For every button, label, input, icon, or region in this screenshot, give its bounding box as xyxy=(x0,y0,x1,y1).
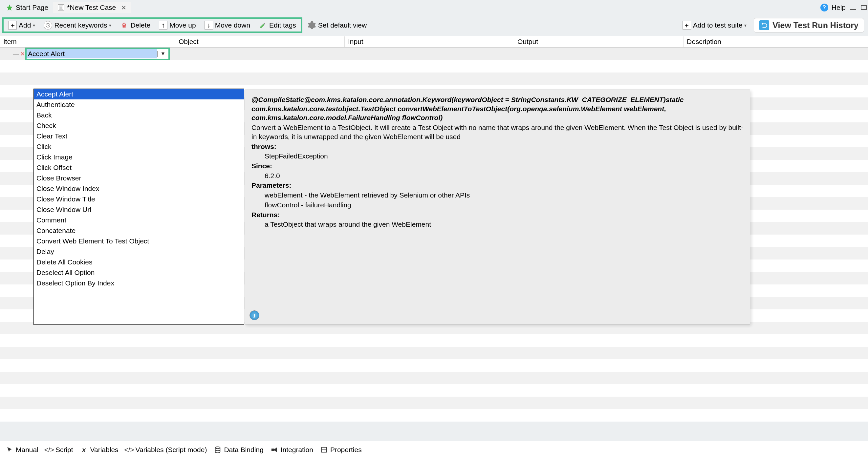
help-label[interactable]: Help xyxy=(832,4,846,11)
code-icon: </> xyxy=(45,446,53,453)
variable-icon: x xyxy=(81,446,88,453)
doc-body: Convert a WebElement to a TestObject. It… xyxy=(251,123,743,141)
tab-properties[interactable]: Properties xyxy=(320,446,362,454)
doc-returns-value: a TestObject that wraps around the given… xyxy=(251,220,743,229)
delete-button[interactable]: Delete xyxy=(117,20,153,31)
table-row[interactable] xyxy=(0,372,868,384)
code-icon: </> xyxy=(126,446,133,453)
error-marker-icon: ✕ xyxy=(20,51,25,57)
keyword-dropdown-list[interactable]: Accept AlertAuthenticateBackCheckClear T… xyxy=(33,89,244,325)
keyword-option[interactable]: Check xyxy=(34,121,244,131)
table-row[interactable] xyxy=(0,72,868,85)
tab-databinding[interactable]: Data Binding xyxy=(214,446,263,454)
tree-collapse-icon[interactable]: — xyxy=(13,51,19,57)
tab-script[interactable]: </> Script xyxy=(45,446,73,454)
edit-icon xyxy=(259,21,267,30)
tab-variables-script[interactable]: </> Variables (Script mode) xyxy=(126,446,207,454)
table-row[interactable] xyxy=(0,409,868,422)
edittags-button[interactable]: Edit tags xyxy=(256,20,299,31)
add-to-test-suite-button[interactable]: ＋ Add to test suite ▾ xyxy=(680,20,749,31)
keyword-option[interactable]: Clear Text xyxy=(34,131,244,141)
editor-tabbar: Start Page *New Test Case ✕ ? Help xyxy=(0,0,868,15)
tab-start-page[interactable]: Start Page xyxy=(1,2,53,13)
view-test-run-history-button[interactable]: ⮌ View Test Run History xyxy=(754,18,864,32)
column-item[interactable]: Item xyxy=(0,36,175,47)
set-default-view-button[interactable]: Set default view xyxy=(305,20,369,31)
keyword-option[interactable]: Accept Alert xyxy=(34,89,244,99)
tab-manual[interactable]: Manual xyxy=(6,446,38,454)
doc-throws-header: throws: xyxy=(251,142,743,151)
maximize-icon[interactable] xyxy=(861,5,867,10)
keyword-option[interactable]: Back xyxy=(34,110,244,121)
keyword-option[interactable]: Deselect Option By Index xyxy=(34,278,244,288)
table-row[interactable] xyxy=(0,334,868,347)
keyword-option[interactable]: Click Image xyxy=(34,152,244,162)
table-row[interactable] xyxy=(0,60,868,72)
table-row[interactable]: — ✕ Accept Alert ▼ xyxy=(0,47,868,60)
tab-variables[interactable]: x Variables xyxy=(81,446,119,454)
tab-test-case[interactable]: *New Test Case ✕ xyxy=(53,2,131,13)
keyword-option[interactable]: Close Window Index xyxy=(34,184,244,194)
column-object[interactable]: Object xyxy=(175,36,345,47)
close-tab-icon[interactable]: ✕ xyxy=(121,4,126,11)
plus-icon: ＋ xyxy=(683,21,691,30)
keyword-doc-popup: @CompileStatic@com.kms.katalon.core.anno… xyxy=(245,90,750,324)
database-icon xyxy=(214,446,221,453)
star-icon xyxy=(6,4,13,11)
cursor-icon xyxy=(6,446,13,453)
keyword-option[interactable]: Close Window Url xyxy=(34,204,244,215)
help-icon[interactable]: ? xyxy=(820,4,828,11)
table-row[interactable] xyxy=(0,384,868,397)
keyword-option[interactable]: Close Browser xyxy=(34,173,244,184)
doc-param2: flowControl - failureHandling xyxy=(251,200,743,210)
svg-line-6 xyxy=(48,25,49,26)
keyword-option[interactable]: Delay xyxy=(34,247,244,257)
keyword-option[interactable]: Deselect All Option xyxy=(34,267,244,278)
arrow-down-icon: ↓ xyxy=(205,21,213,30)
doc-throws-value: StepFailedException xyxy=(251,152,743,161)
moveup-button[interactable]: ↑ Move up xyxy=(156,20,198,31)
keyword-option[interactable]: Authenticate xyxy=(34,99,244,110)
doc-since-header: Since: xyxy=(251,161,743,171)
keyword-option[interactable]: Convert Web Element To Test Object xyxy=(34,236,244,247)
table-row[interactable] xyxy=(0,359,868,372)
arrow-up-icon: ↑ xyxy=(159,21,167,30)
tab-test-case-label: *New Test Case xyxy=(67,4,116,11)
trash-icon xyxy=(120,21,128,30)
column-description[interactable]: Description xyxy=(683,36,868,47)
keyword-option[interactable]: Concatenate xyxy=(34,225,244,236)
caret-icon: ▾ xyxy=(109,23,111,28)
keyword-dropdown[interactable]: Accept Alert ▼ xyxy=(25,47,170,60)
table-row[interactable] xyxy=(0,347,868,359)
recent-keywords-button[interactable]: Recent keywords ▾ xyxy=(41,20,114,31)
testcase-icon xyxy=(58,4,64,11)
dropdown-arrow-icon[interactable]: ▼ xyxy=(157,51,168,57)
tab-start-page-label: Start Page xyxy=(16,4,48,11)
doc-returns-header: Returns: xyxy=(251,210,743,220)
column-output[interactable]: Output xyxy=(514,36,683,47)
info-icon[interactable]: i xyxy=(249,310,259,320)
column-input[interactable]: Input xyxy=(345,36,514,47)
keyword-option[interactable]: Delete All Cookies xyxy=(34,257,244,267)
keyword-option[interactable]: Click Offset xyxy=(34,162,244,173)
doc-params-header: Parameters: xyxy=(251,181,743,190)
gear-icon xyxy=(308,21,316,30)
minimize-icon[interactable] xyxy=(850,5,856,10)
keyword-option[interactable]: Close Window Title xyxy=(34,194,244,204)
plus-icon: ＋ xyxy=(8,21,17,30)
doc-since-value: 6.2.0 xyxy=(251,171,743,181)
bottom-tabbar: Manual </> Script x Variables </> Variab… xyxy=(0,441,868,458)
doc-signature: @CompileStatic@com.kms.katalon.core.anno… xyxy=(251,95,743,122)
add-button[interactable]: ＋ Add ▾ xyxy=(6,20,38,31)
integration-icon xyxy=(271,446,278,453)
movedown-button[interactable]: ↓ Move down xyxy=(202,20,253,31)
svg-point-7 xyxy=(215,447,220,449)
keyword-option[interactable]: Click xyxy=(34,141,244,152)
table-row[interactable] xyxy=(0,397,868,409)
keyword-option[interactable]: Comment xyxy=(34,215,244,225)
tab-integration[interactable]: Integration xyxy=(271,446,313,454)
table-header: Item Object Input Output Description xyxy=(0,36,868,47)
keyword-dropdown-value[interactable]: Accept Alert xyxy=(27,49,157,58)
doc-param1: webElement - the WebElement retrieved by… xyxy=(251,191,743,200)
clock-icon xyxy=(44,21,52,30)
